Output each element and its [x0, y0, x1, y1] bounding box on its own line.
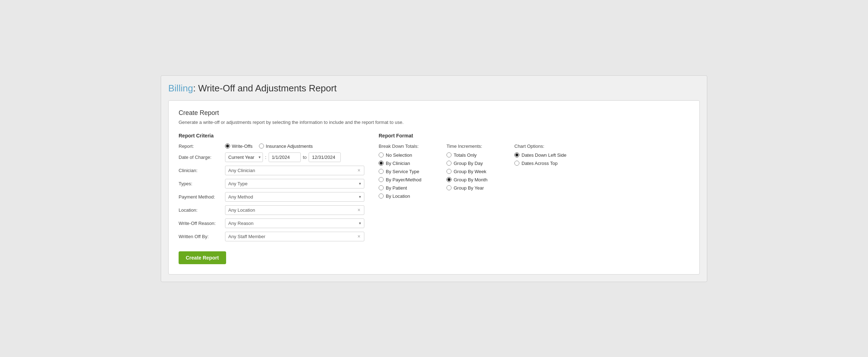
time-group-by-day-radio[interactable] — [447, 161, 452, 166]
time-group-by-year-label: Group By Year — [454, 185, 484, 191]
time-totals-only-radio[interactable] — [447, 152, 452, 157]
writeoff-reason-control: Any Reason ▾ — [225, 218, 364, 228]
breakdown-no-selection-radio[interactable] — [379, 152, 384, 157]
writeoffs-option[interactable]: Write-Offs — [225, 144, 253, 149]
breakdown-no-selection-label: No Selection — [386, 152, 412, 158]
time-group-by-year-radio[interactable] — [447, 185, 452, 190]
breakdown-by-location-radio[interactable] — [379, 193, 384, 198]
written-off-by-input-wrapper[interactable]: Any Staff Member × — [225, 232, 364, 241]
breakdown-by-patient-radio[interactable] — [379, 185, 384, 190]
payment-method-row: Payment Method: Any Method ▾ — [179, 192, 364, 202]
breakdown-by-service-type[interactable]: By Service Type — [379, 169, 436, 174]
breakdown-col: Break Down Totals: No Selection By Clini… — [379, 144, 436, 202]
outer-wrapper: Billing: Write-Off and Adjustments Repor… — [161, 75, 707, 282]
breakdown-by-payer-radio[interactable] — [379, 177, 384, 182]
time-group-by-year[interactable]: Group By Year — [447, 185, 504, 191]
chart-dates-down-left-radio[interactable] — [514, 152, 519, 157]
time-group-by-month[interactable]: Group By Month — [447, 177, 504, 182]
report-type-row: Report: Write-Offs Insurance Adjustments — [179, 144, 364, 149]
date-range-select-wrapper[interactable]: Current Year Last Year Custom — [225, 152, 263, 162]
insurance-option[interactable]: Insurance Adjustments — [259, 144, 313, 149]
report-label: Report: — [179, 144, 225, 149]
time-group-by-week-radio[interactable] — [447, 169, 452, 174]
time-totals-only-label: Totals Only — [454, 152, 477, 158]
breakdown-no-selection[interactable]: No Selection — [379, 152, 436, 158]
payment-chevron-icon: ▾ — [359, 195, 361, 199]
location-input-wrapper[interactable]: Any Location × — [225, 205, 364, 215]
date-to-input[interactable] — [309, 152, 341, 162]
left-section-heading: Report Criteria — [179, 133, 364, 139]
location-value: Any Location — [228, 207, 357, 213]
payment-value: Any Method — [228, 194, 359, 200]
clinician-input-wrapper[interactable]: Any Clinician × — [225, 166, 364, 175]
written-off-by-row: Written Off By: Any Staff Member × — [179, 232, 364, 241]
billing-link[interactable]: Billing — [168, 83, 193, 94]
time-group-by-week-label: Group By Week — [454, 169, 487, 174]
date-range-select[interactable]: Current Year Last Year Custom — [225, 152, 263, 162]
right-column: Report Format Break Down Totals: No Sele… — [379, 133, 689, 264]
report-type-options: Write-Offs Insurance Adjustments — [225, 144, 364, 149]
clinician-clear-button[interactable]: × — [357, 168, 361, 173]
clinician-value: Any Clinician — [228, 168, 357, 173]
page-title: Billing: Write-Off and Adjustments Repor… — [168, 83, 700, 94]
chart-dates-down-left-label: Dates Down Left Side — [522, 152, 567, 158]
payment-dropdown[interactable]: Any Method ▾ — [225, 192, 364, 202]
written-off-by-clear-button[interactable]: × — [357, 234, 361, 239]
two-col-layout: Report Criteria Report: Write-Offs Insur… — [179, 133, 689, 264]
types-chevron-icon: ▾ — [359, 181, 361, 186]
right-section-heading: Report Format — [379, 133, 689, 139]
breakdown-by-service-type-radio[interactable] — [379, 169, 384, 174]
breakdown-by-service-type-label: By Service Type — [386, 169, 419, 174]
insurance-radio[interactable] — [259, 144, 264, 149]
clinician-row: Clinician: Any Clinician × — [179, 166, 364, 175]
types-row: Types: Any Type ▾ — [179, 179, 364, 188]
written-off-by-label: Written Off By: — [179, 234, 225, 239]
location-label: Location: — [179, 207, 225, 213]
types-label: Types: — [179, 181, 225, 186]
chart-dates-across-top-radio[interactable] — [514, 161, 519, 166]
time-group-by-week[interactable]: Group By Week — [447, 169, 504, 174]
breakdown-by-clinician-label: By Clinician — [386, 161, 410, 166]
date-from-input[interactable] — [269, 152, 301, 162]
time-title: Time Increments: — [447, 144, 504, 149]
chart-dates-across-top-label: Dates Across Top — [522, 161, 558, 166]
insurance-label: Insurance Adjustments — [266, 144, 313, 149]
time-totals-only[interactable]: Totals Only — [447, 152, 504, 158]
date-colon: : — [265, 155, 266, 160]
chart-options-col: Chart Options: Dates Down Left Side Date… — [514, 144, 572, 202]
date-label: Date of Charge: — [179, 155, 225, 160]
breakdown-title: Break Down Totals: — [379, 144, 436, 149]
breakdown-by-payer-label: By Payer/Method — [386, 177, 421, 182]
breakdown-by-location-label: By Location — [386, 193, 410, 199]
card-title: Create Report — [179, 109, 689, 117]
breakdown-by-clinician[interactable]: By Clinician — [379, 161, 436, 166]
left-column: Report Criteria Report: Write-Offs Insur… — [179, 133, 364, 264]
report-card: Create Report Generate a write-off or ad… — [168, 100, 700, 275]
breakdown-by-location[interactable]: By Location — [379, 193, 436, 199]
types-dropdown[interactable]: Any Type ▾ — [225, 179, 364, 188]
writeoff-reason-row: Write-Off Reason: Any Reason ▾ — [179, 218, 364, 228]
date-row: Current Year Last Year Custom : to — [225, 152, 364, 162]
writeoffs-label: Write-Offs — [232, 144, 253, 149]
writeoff-reason-dropdown[interactable]: Any Reason ▾ — [225, 218, 364, 228]
breakdown-by-clinician-radio[interactable] — [379, 161, 384, 166]
location-control: Any Location × — [225, 205, 364, 215]
written-off-by-control: Any Staff Member × — [225, 232, 364, 241]
breakdown-by-patient[interactable]: By Patient — [379, 185, 436, 191]
location-clear-button[interactable]: × — [357, 207, 361, 212]
types-value: Any Type — [228, 181, 359, 186]
time-group-by-month-radio[interactable] — [447, 177, 452, 182]
types-control: Any Type ▾ — [225, 179, 364, 188]
clinician-label: Clinician: — [179, 168, 225, 173]
payment-control: Any Method ▾ — [225, 192, 364, 202]
chart-dates-across-top[interactable]: Dates Across Top — [514, 161, 572, 166]
clinician-control: Any Clinician × — [225, 166, 364, 175]
time-group-by-day[interactable]: Group By Day — [447, 161, 504, 166]
card-description: Generate a write-off or adjustments repo… — [179, 120, 689, 125]
writeoffs-radio[interactable] — [225, 144, 230, 149]
chart-dates-down-left[interactable]: Dates Down Left Side — [514, 152, 572, 158]
writeoff-reason-label: Write-Off Reason: — [179, 221, 225, 226]
breakdown-by-payer[interactable]: By Payer/Method — [379, 177, 436, 182]
location-row: Location: Any Location × — [179, 205, 364, 215]
create-report-button[interactable]: Create Report — [179, 251, 226, 264]
